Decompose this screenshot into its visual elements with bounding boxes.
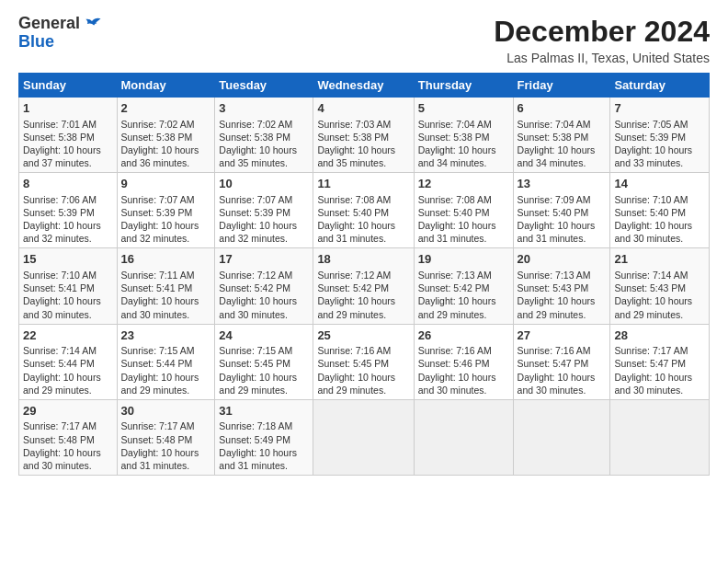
day-info: Sunrise: 7:17 AM Sunset: 5:48 PM Dayligh… <box>121 419 211 472</box>
day-info: Sunrise: 7:04 AM Sunset: 5:38 PM Dayligh… <box>418 118 509 170</box>
col-thursday: Thursday <box>414 74 513 98</box>
day-number: 11 <box>317 176 409 192</box>
day-info: Sunrise: 7:12 AM Sunset: 5:42 PM Dayligh… <box>317 269 409 321</box>
header: General Blue December 2024 Las Palmas II… <box>18 15 710 65</box>
day-info: Sunrise: 7:02 AM Sunset: 5:38 PM Dayligh… <box>219 118 309 170</box>
day-number: 14 <box>614 176 705 192</box>
calendar-body: 1Sunrise: 7:01 AM Sunset: 5:38 PM Daylig… <box>19 98 710 476</box>
col-wednesday: Wednesday <box>313 74 414 98</box>
table-row: 13Sunrise: 7:09 AM Sunset: 5:40 PM Dayli… <box>513 173 610 248</box>
day-info: Sunrise: 7:08 AM Sunset: 5:40 PM Dayligh… <box>317 193 409 246</box>
day-number: 10 <box>219 176 309 192</box>
col-sunday: Sunday <box>19 74 118 98</box>
table-row: 6Sunrise: 7:04 AM Sunset: 5:38 PM Daylig… <box>513 98 610 173</box>
table-row <box>610 399 710 475</box>
day-info: Sunrise: 7:10 AM Sunset: 5:40 PM Dayligh… <box>614 193 705 246</box>
day-number: 24 <box>219 327 309 344</box>
day-number: 7 <box>614 100 705 117</box>
day-info: Sunrise: 7:08 AM Sunset: 5:40 PM Dayligh… <box>418 193 509 246</box>
day-info: Sunrise: 7:02 AM Sunset: 5:38 PM Dayligh… <box>121 118 211 170</box>
page: General Blue December 2024 Las Palmas II… <box>0 0 728 485</box>
day-number: 20 <box>518 251 607 268</box>
day-info: Sunrise: 7:15 AM Sunset: 5:45 PM Dayligh… <box>219 344 309 396</box>
day-number: 3 <box>219 100 309 117</box>
table-row <box>313 399 414 475</box>
bird-icon <box>82 16 102 32</box>
table-row: 16Sunrise: 7:11 AM Sunset: 5:41 PM Dayli… <box>117 248 215 324</box>
day-number: 1 <box>23 100 113 117</box>
day-info: Sunrise: 7:16 AM Sunset: 5:47 PM Dayligh… <box>518 344 607 396</box>
table-row: 21Sunrise: 7:14 AM Sunset: 5:43 PM Dayli… <box>610 248 710 324</box>
day-info: Sunrise: 7:14 AM Sunset: 5:44 PM Dayligh… <box>23 344 113 396</box>
day-number: 26 <box>418 327 509 344</box>
day-number: 17 <box>219 251 309 268</box>
day-info: Sunrise: 7:01 AM Sunset: 5:38 PM Dayligh… <box>23 118 113 170</box>
day-number: 9 <box>121 176 211 192</box>
table-row: 12Sunrise: 7:08 AM Sunset: 5:40 PM Dayli… <box>414 173 513 248</box>
day-number: 21 <box>614 251 705 268</box>
day-info: Sunrise: 7:05 AM Sunset: 5:39 PM Dayligh… <box>614 118 705 170</box>
table-row: 28Sunrise: 7:17 AM Sunset: 5:47 PM Dayli… <box>610 324 710 399</box>
table-row: 8Sunrise: 7:06 AM Sunset: 5:39 PM Daylig… <box>19 173 118 248</box>
day-info: Sunrise: 7:16 AM Sunset: 5:46 PM Dayligh… <box>418 344 509 396</box>
table-row: 15Sunrise: 7:10 AM Sunset: 5:41 PM Dayli… <box>19 248 118 324</box>
day-number: 2 <box>121 100 211 117</box>
table-row: 27Sunrise: 7:16 AM Sunset: 5:47 PM Dayli… <box>513 324 610 399</box>
table-row: 11Sunrise: 7:08 AM Sunset: 5:40 PM Dayli… <box>313 173 414 248</box>
main-title: December 2024 <box>494 15 710 49</box>
day-number: 18 <box>317 251 409 268</box>
table-row: 9Sunrise: 7:07 AM Sunset: 5:39 PM Daylig… <box>117 173 215 248</box>
table-row <box>414 399 513 475</box>
day-number: 23 <box>121 327 211 344</box>
table-row: 20Sunrise: 7:13 AM Sunset: 5:43 PM Dayli… <box>513 248 610 324</box>
day-number: 29 <box>23 403 113 419</box>
day-number: 16 <box>121 251 211 268</box>
day-number: 19 <box>418 251 509 268</box>
day-info: Sunrise: 7:15 AM Sunset: 5:44 PM Dayligh… <box>121 344 211 396</box>
logo: General Blue <box>18 15 102 52</box>
day-info: Sunrise: 7:04 AM Sunset: 5:38 PM Dayligh… <box>518 118 607 170</box>
day-info: Sunrise: 7:10 AM Sunset: 5:41 PM Dayligh… <box>23 269 113 321</box>
table-row: 30Sunrise: 7:17 AM Sunset: 5:48 PM Dayli… <box>117 399 215 475</box>
table-row: 26Sunrise: 7:16 AM Sunset: 5:46 PM Dayli… <box>414 324 513 399</box>
day-info: Sunrise: 7:11 AM Sunset: 5:41 PM Dayligh… <box>121 269 211 321</box>
table-row: 4Sunrise: 7:03 AM Sunset: 5:38 PM Daylig… <box>313 98 414 173</box>
day-info: Sunrise: 7:13 AM Sunset: 5:42 PM Dayligh… <box>418 269 509 321</box>
col-friday: Friday <box>513 74 610 98</box>
day-info: Sunrise: 7:12 AM Sunset: 5:42 PM Dayligh… <box>219 269 309 321</box>
day-info: Sunrise: 7:03 AM Sunset: 5:38 PM Dayligh… <box>317 118 409 170</box>
day-info: Sunrise: 7:06 AM Sunset: 5:39 PM Dayligh… <box>23 193 113 246</box>
table-row: 7Sunrise: 7:05 AM Sunset: 5:39 PM Daylig… <box>610 98 710 173</box>
day-number: 15 <box>23 251 113 268</box>
day-number: 13 <box>518 176 607 192</box>
day-number: 27 <box>518 327 607 344</box>
day-info: Sunrise: 7:13 AM Sunset: 5:43 PM Dayligh… <box>518 269 607 321</box>
day-number: 28 <box>614 327 705 344</box>
day-number: 8 <box>23 176 113 192</box>
day-info: Sunrise: 7:17 AM Sunset: 5:47 PM Dayligh… <box>614 344 705 396</box>
day-info: Sunrise: 7:16 AM Sunset: 5:45 PM Dayligh… <box>317 344 409 396</box>
table-row: 18Sunrise: 7:12 AM Sunset: 5:42 PM Dayli… <box>313 248 414 324</box>
day-info: Sunrise: 7:18 AM Sunset: 5:49 PM Dayligh… <box>219 419 309 472</box>
calendar-table: Sunday Monday Tuesday Wednesday Thursday… <box>18 73 710 476</box>
col-saturday: Saturday <box>610 74 710 98</box>
table-row: 14Sunrise: 7:10 AM Sunset: 5:40 PM Dayli… <box>610 173 710 248</box>
table-row: 23Sunrise: 7:15 AM Sunset: 5:44 PM Dayli… <box>117 324 215 399</box>
header-row: Sunday Monday Tuesday Wednesday Thursday… <box>19 74 710 98</box>
table-row <box>513 399 610 475</box>
subtitle: Las Palmas II, Texas, United States <box>494 51 710 65</box>
day-number: 5 <box>418 100 509 117</box>
table-row: 31Sunrise: 7:18 AM Sunset: 5:49 PM Dayli… <box>215 399 313 475</box>
col-monday: Monday <box>117 74 215 98</box>
day-number: 30 <box>121 403 211 419</box>
day-number: 31 <box>219 403 309 419</box>
table-row: 25Sunrise: 7:16 AM Sunset: 5:45 PM Dayli… <box>313 324 414 399</box>
day-info: Sunrise: 7:09 AM Sunset: 5:40 PM Dayligh… <box>518 193 607 246</box>
day-info: Sunrise: 7:17 AM Sunset: 5:48 PM Dayligh… <box>23 419 113 472</box>
logo-general: General <box>18 15 80 33</box>
table-row: 29Sunrise: 7:17 AM Sunset: 5:48 PM Dayli… <box>19 399 118 475</box>
day-number: 12 <box>418 176 509 192</box>
day-info: Sunrise: 7:14 AM Sunset: 5:43 PM Dayligh… <box>614 269 705 321</box>
table-row: 17Sunrise: 7:12 AM Sunset: 5:42 PM Dayli… <box>215 248 313 324</box>
table-row: 5Sunrise: 7:04 AM Sunset: 5:38 PM Daylig… <box>414 98 513 173</box>
